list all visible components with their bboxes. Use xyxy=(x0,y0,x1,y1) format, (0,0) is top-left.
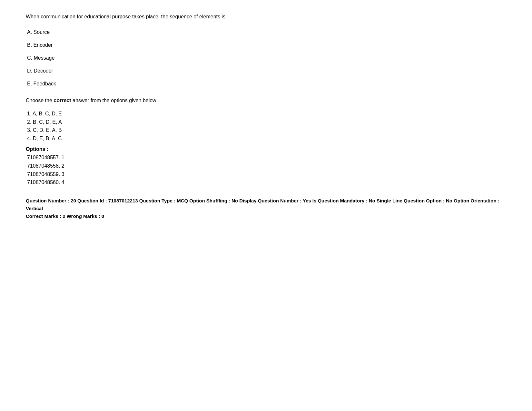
question-text: When communication for educational purpo… xyxy=(26,13,506,21)
choose-prefix: Choose the xyxy=(26,98,54,103)
option-id-3: 71087048559. 3 xyxy=(26,170,506,179)
option-a: A. Source xyxy=(26,28,506,36)
options-label: Options : xyxy=(26,146,506,152)
answer-option-1: 1. A, B, C, D, E xyxy=(26,110,506,118)
answer-option-2: 2. B, C, D, E, A xyxy=(26,118,506,126)
option-e: E. Feedback xyxy=(26,80,506,88)
option-id-1: 71087048557. 1 xyxy=(26,153,506,162)
option-b: B. Encoder xyxy=(26,41,506,49)
answer-option-4: 4. D, E, B, A, C xyxy=(26,134,506,143)
question-meta: Question Number : 20 Question Id : 71087… xyxy=(26,197,506,212)
answer-options-list: 1. A, B, C, D, E 2. B, C, D, E, A 3. C, … xyxy=(26,110,506,142)
options-list: A. Source B. Encoder C. Message D. Decod… xyxy=(26,28,506,88)
options-section: Options : 71087048557. 1 71087048558. 2 … xyxy=(26,146,506,186)
option-id-4: 71087048560. 4 xyxy=(26,178,506,187)
answer-option-3: 3. C, D, E, A, B xyxy=(26,126,506,134)
choose-suffix: answer from the options given below xyxy=(71,98,156,103)
option-c: C. Message xyxy=(26,54,506,62)
choose-instruction: Choose the correct answer from the optio… xyxy=(26,97,506,104)
option-id-2: 71087048558. 2 xyxy=(26,162,506,170)
correct-marks: Correct Marks : 2 Wrong Marks : 0 xyxy=(26,212,506,220)
option-d: D. Decoder xyxy=(26,67,506,75)
choose-bold: correct xyxy=(54,98,71,103)
